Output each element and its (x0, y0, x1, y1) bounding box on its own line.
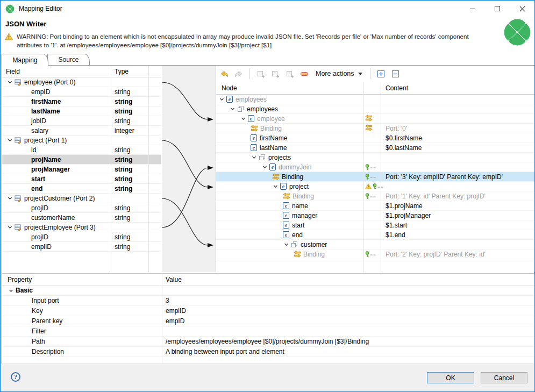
field-row[interactable]: emplID string (2, 242, 161, 252)
node-row[interactable]: e name $1.projName (216, 201, 534, 211)
field-row[interactable]: id string (2, 145, 161, 155)
node-row[interactable]: e manager $1.projManager (216, 211, 534, 220)
node-row[interactable]: projects (216, 153, 534, 162)
ok-button[interactable]: OK (427, 372, 474, 383)
undo-button[interactable] (219, 68, 230, 79)
node-row[interactable]: e project (216, 182, 534, 191)
add-child-element-button[interactable] (255, 68, 266, 79)
field-row[interactable]: projID string (2, 203, 161, 213)
field-row-selected[interactable]: projName string (2, 155, 161, 165)
node-row[interactable]: customer (216, 240, 534, 250)
property-group-row[interactable]: Basic (2, 286, 534, 296)
chevron-down-icon[interactable] (251, 155, 257, 160)
element-icon: e (248, 115, 254, 122)
property-row[interactable]: Path /employees/employees/employee [$0]/… (2, 337, 534, 347)
chevron-down-icon[interactable] (283, 242, 289, 247)
field-type: string (115, 175, 132, 183)
field-row[interactable]: customerName string (2, 213, 161, 223)
field-label: firstName (2, 98, 61, 105)
property-value[interactable]: emplID (166, 307, 186, 315)
field-row[interactable]: salary integer (2, 126, 161, 136)
minimize-button[interactable] (460, 1, 485, 17)
node-row[interactable]: Binding Port: '2' Key: projID' Parent Ke… (216, 250, 534, 259)
more-actions-button[interactable]: More actions (313, 69, 365, 79)
chevron-down-icon[interactable] (240, 116, 246, 122)
remove-icon (301, 72, 308, 76)
field-row[interactable]: jobID string (2, 116, 161, 126)
property-row[interactable]: Parent key empID (2, 316, 534, 326)
field-group-row[interactable]: projectCustomer (Port 2) (2, 194, 161, 203)
record-icon (15, 137, 22, 144)
chevron-down-icon[interactable] (6, 196, 13, 201)
field-label: salary (2, 127, 48, 134)
field-row[interactable]: empID string (2, 87, 161, 97)
cancel-button[interactable]: Cancel (481, 372, 527, 383)
field-row[interactable]: projManager string (2, 165, 161, 174)
chevron-down-icon[interactable] (8, 288, 14, 293)
maximize-button[interactable] (485, 1, 510, 17)
chevron-down-icon[interactable] (261, 165, 268, 170)
node-label: lastName (260, 144, 287, 152)
chevron-down-icon[interactable] (6, 225, 13, 230)
element-icon: e (226, 96, 233, 103)
help-button[interactable]: ? (11, 372, 20, 382)
node-row[interactable]: employees (216, 104, 534, 114)
property-row[interactable]: Key emplID (2, 306, 534, 316)
field-row[interactable]: start string (2, 174, 161, 184)
field-type: string (115, 214, 130, 222)
add-element-button[interactable] (270, 68, 281, 79)
node-row-selected[interactable]: Binding Port: '3' Key: emplID' Parent Ke… (216, 172, 534, 182)
fields-column-field: Field (2, 66, 111, 77)
chevron-down-icon[interactable] (218, 97, 225, 102)
app-clover-icon[interactable] (5, 4, 15, 13)
node-row[interactable]: e firstName $0.firstName (216, 133, 534, 143)
node-label: employees (236, 96, 267, 103)
chevron-down-icon[interactable] (6, 80, 13, 85)
property-value[interactable]: empID (166, 317, 184, 325)
redo-button[interactable] (233, 68, 244, 79)
titlebar[interactable]: Mapping Editor (1, 1, 534, 17)
field-group-row[interactable]: employee (Port 0) (2, 77, 161, 87)
expand-all-button[interactable] (376, 68, 387, 79)
field-row[interactable]: firstName string (2, 97, 161, 106)
add-wildcard-button[interactable] (284, 68, 295, 79)
chevron-down-icon[interactable] (229, 106, 236, 112)
element-icon: e (283, 202, 289, 209)
tab-source[interactable]: Source (47, 54, 90, 65)
property-column-property: Property (2, 274, 162, 285)
node-row[interactable]: Binding Port: '1' Key: id' Parent Key: p… (216, 191, 534, 201)
node-row[interactable]: e dummyJoin (216, 162, 534, 172)
property-value[interactable]: 3 (166, 297, 169, 304)
field-row[interactable]: lastName string (2, 106, 161, 116)
tab-mapping[interactable]: Mapping (2, 54, 48, 66)
chevron-down-icon[interactable] (6, 138, 13, 143)
node-row[interactable]: e end $1.end (216, 230, 534, 240)
node-row[interactable]: Binding Port: '0' (216, 124, 534, 133)
node-label: start (292, 222, 304, 229)
maximize-icon (495, 6, 500, 11)
remove-button[interactable] (299, 68, 310, 79)
node-row[interactable]: e lastName $0.lastName (216, 143, 534, 153)
toolbar-separator (249, 68, 250, 79)
mapping-connectors (162, 66, 216, 272)
field-group-row[interactable]: project (Port 1) (2, 136, 161, 145)
warning-icon (5, 33, 13, 40)
node-row[interactable]: e employee (216, 114, 534, 124)
node-label: manager (292, 212, 317, 219)
binding-icon (365, 115, 373, 123)
field-row[interactable]: projID string (2, 232, 161, 242)
property-value[interactable]: /employees/employees/employee [$0]/proje… (166, 338, 369, 345)
field-group-row[interactable]: projectEmployee (Port 3) (2, 223, 161, 232)
property-panel: Property Value Basic Input port 3 Key em… (2, 273, 534, 364)
node-label: employee (257, 115, 285, 123)
property-row[interactable]: Input port 3 (2, 296, 534, 306)
property-row[interactable]: Filter (2, 326, 534, 337)
close-button[interactable] (510, 1, 534, 17)
property-value[interactable]: A binding between input port and element (166, 348, 284, 355)
node-row[interactable]: e employees (216, 95, 534, 104)
field-row[interactable]: end string (2, 184, 161, 194)
chevron-down-icon[interactable] (272, 184, 279, 189)
node-row[interactable]: e start $1.start (216, 220, 534, 230)
property-row[interactable]: Description A binding between input port… (2, 347, 534, 357)
collapse-all-button[interactable] (390, 68, 401, 79)
